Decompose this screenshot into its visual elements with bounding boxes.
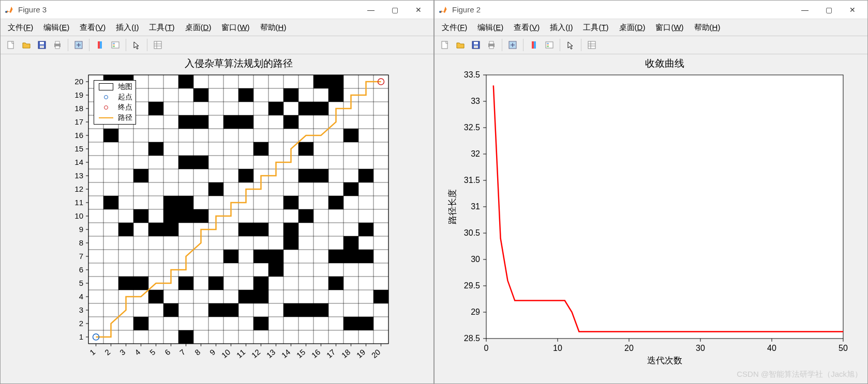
svg-rect-102 [328, 196, 343, 209]
menu-insert[interactable]: 插入(I) [116, 23, 139, 33]
svg-rect-105 [178, 209, 193, 223]
svg-rect-3 [40, 42, 44, 44]
figure-area: 收敛曲线28.52929.53030.53131.53232.53333.501… [435, 54, 867, 383]
svg-rect-112 [253, 223, 268, 236]
matlab-icon [4, 5, 14, 15]
svg-rect-233 [489, 41, 493, 44]
svg-text:30: 30 [696, 344, 705, 352]
svg-rect-4 [40, 45, 44, 48]
menu-tools[interactable]: 工具(T) [149, 23, 174, 33]
svg-text:29.5: 29.5 [464, 281, 480, 290]
new-icon[interactable] [4, 38, 18, 52]
data-cursor-icon[interactable] [71, 38, 86, 52]
svg-rect-73 [283, 88, 298, 102]
svg-rect-134 [163, 303, 178, 317]
pointer-icon[interactable] [563, 38, 578, 52]
svg-text:5: 5 [148, 347, 157, 357]
svg-text:4: 4 [133, 347, 142, 357]
svg-rect-128 [253, 277, 268, 290]
svg-rect-11 [98, 41, 100, 49]
minimize-button[interactable]: — [359, 2, 383, 18]
svg-rect-68 [313, 75, 328, 88]
save-icon[interactable] [35, 38, 49, 52]
svg-text:18: 18 [74, 104, 83, 113]
menu-insert[interactable]: 插入(I) [550, 23, 573, 33]
legend-map: 地图 [118, 82, 132, 91]
svg-text:33.5: 33.5 [464, 70, 480, 79]
property-icon[interactable] [151, 38, 165, 52]
svg-rect-131 [238, 290, 253, 303]
svg-text:8: 8 [193, 347, 202, 357]
menu-help[interactable]: 帮助(H) [260, 23, 287, 33]
svg-rect-124 [118, 277, 133, 290]
svg-text:32: 32 [471, 149, 480, 158]
svg-rect-88 [298, 142, 313, 156]
property-icon[interactable] [585, 38, 599, 52]
svg-text:13: 13 [265, 347, 277, 360]
menu-tools[interactable]: 工具(T) [583, 23, 608, 33]
data-cursor-icon[interactable] [505, 38, 520, 52]
svg-text:7: 7 [178, 347, 187, 357]
menu-view[interactable]: 查看(V) [80, 23, 106, 33]
svg-rect-76 [268, 102, 283, 115]
menu-file[interactable]: 文件(F) [8, 23, 33, 33]
maximize-button[interactable]: ▢ [817, 2, 841, 18]
svg-rect-234 [489, 46, 493, 49]
matlab-icon [438, 5, 448, 15]
new-icon[interactable] [438, 38, 452, 52]
svg-rect-129 [328, 277, 343, 290]
svg-text:31: 31 [471, 202, 480, 211]
save-icon[interactable] [469, 38, 483, 52]
print-icon[interactable] [484, 38, 499, 52]
svg-rect-80 [193, 115, 208, 129]
menu-file[interactable]: 文件(F) [442, 23, 467, 33]
pointer-icon[interactable] [129, 38, 144, 52]
svg-rect-126 [178, 277, 193, 290]
svg-rect-77 [298, 102, 313, 115]
svg-text:1: 1 [79, 332, 83, 341]
svg-rect-83 [283, 115, 298, 129]
menu-edit[interactable]: 编辑(E) [43, 23, 69, 33]
window-title: Figure 3 [18, 5, 359, 14]
svg-text:5: 5 [79, 279, 83, 287]
svg-text:迭代次数: 迭代次数 [647, 356, 682, 365]
colorbar-icon[interactable] [527, 38, 541, 52]
print-icon[interactable] [50, 38, 65, 52]
legend-icon[interactable] [108, 38, 123, 52]
menu-desktop[interactable]: 桌面(D) [619, 23, 646, 33]
menu-window[interactable]: 窗口(W) [655, 23, 683, 33]
legend[interactable]: 地图 起点 终点 路径 [94, 80, 136, 125]
svg-text:16: 16 [310, 347, 322, 360]
minimize-button[interactable]: — [793, 2, 817, 18]
svg-rect-87 [253, 142, 268, 156]
open-icon[interactable] [453, 38, 468, 52]
legend-icon[interactable] [542, 38, 557, 52]
menu-edit[interactable]: 编辑(E) [477, 23, 503, 33]
figure-window-2: Figure 2 — ▢ ✕ 文件(F) 编辑(E) 查看(V) 插入(I) 工… [434, 0, 868, 384]
svg-text:0: 0 [484, 344, 489, 352]
svg-rect-86 [148, 142, 163, 156]
titlebar[interactable]: Figure 3 — ▢ ✕ [1, 1, 433, 19]
svg-rect-7 [55, 46, 59, 49]
close-button[interactable]: ✕ [407, 2, 430, 18]
svg-text:20: 20 [370, 347, 382, 360]
path-planning-chart: 入侵杂草算法规划的路径12345678910111213141516171819… [1, 54, 404, 375]
svg-text:50: 50 [839, 344, 848, 352]
titlebar[interactable]: Figure 2 — ▢ ✕ [435, 1, 867, 19]
close-button[interactable]: ✕ [841, 2, 864, 18]
maximize-button[interactable]: ▢ [383, 2, 407, 18]
svg-rect-119 [268, 250, 283, 263]
menu-view[interactable]: 查看(V) [514, 23, 540, 33]
svg-rect-141 [253, 317, 268, 330]
svg-rect-97 [343, 182, 358, 196]
svg-rect-93 [298, 169, 313, 182]
open-icon[interactable] [19, 38, 34, 52]
colorbar-icon[interactable] [93, 38, 107, 52]
figure-window-3: Figure 3 — ▢ ✕ 文件(F) 编辑(E) 查看(V) 插入(I) 工… [0, 0, 434, 384]
svg-text:14: 14 [280, 347, 292, 360]
svg-text:3: 3 [118, 347, 127, 357]
menu-help[interactable]: 帮助(H) [694, 23, 721, 33]
svg-rect-127 [208, 277, 223, 290]
menu-window[interactable]: 窗口(W) [221, 23, 249, 33]
menu-desktop[interactable]: 桌面(D) [185, 23, 212, 33]
